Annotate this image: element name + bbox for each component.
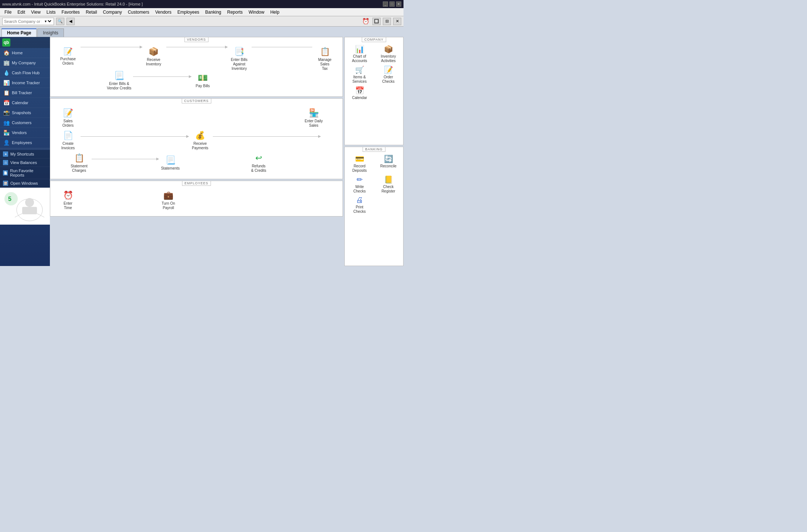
tab-bar: Home Page Insights (0, 27, 404, 37)
svg-point-4 (25, 198, 34, 207)
inventory-activities-label: InventoryActivities (381, 54, 396, 63)
search-dropdown[interactable]: ▾ (43, 19, 52, 24)
menu-item-edit[interactable]: Edit (14, 9, 28, 16)
search-input[interactable] (3, 19, 43, 24)
bill-icon: 📋 (3, 90, 10, 96)
back-button[interactable]: ◀ (67, 18, 75, 25)
sidebar-item-snapshots[interactable]: 📸 Snapshots (0, 108, 50, 118)
menu-item-window[interactable]: Window (246, 9, 268, 16)
customers-panel-label: CUSTOMERS (181, 98, 211, 103)
tab-insights[interactable]: Insights (37, 28, 64, 37)
banking-right-panel: BANKING 💳 RecordDeposits 🔄 Reconcile ✏ W… (344, 147, 404, 266)
receive-payments-label: ReceivePayments (192, 141, 208, 150)
detach-button[interactable]: ⊟ (383, 18, 391, 25)
sidebar-item-income-tracker[interactable]: 📊 Income Tracker (0, 78, 50, 88)
menu-item-retail[interactable]: Retail (83, 9, 100, 16)
receive-payments-item[interactable]: 💰 ReceivePayments (189, 131, 211, 150)
chart-accounts-icon: 📊 (355, 45, 364, 54)
refunds-credits-label: Refunds& Credits (251, 164, 266, 173)
sidebar-item-calendar[interactable]: 📅 Calendar (0, 98, 50, 108)
statements-item[interactable]: 📃 Statements (159, 156, 181, 171)
turn-on-payroll-item[interactable]: 💼 Turn OnPayroll (157, 191, 180, 210)
sales-orders-label: SalesOrders (62, 119, 74, 128)
check-register-item[interactable]: 📒 CheckRegister (375, 175, 402, 194)
restore-button[interactable]: 🔲 (372, 18, 381, 25)
menu-item-customers[interactable]: Customers (125, 9, 152, 16)
sidebar-item-run-favorite-reports[interactable]: 📄 Run Favorite Reports (0, 167, 50, 179)
inventory-activities-item[interactable]: 📦 InventoryActivities (375, 45, 402, 63)
menu-item-company[interactable]: Company (100, 9, 125, 16)
receive-inventory-item[interactable]: 📦 ReceiveInventory (143, 47, 165, 66)
record-deposits-label: RecordDeposits (353, 164, 367, 173)
income-icon: 📊 (3, 80, 10, 86)
print-checks-label: PrintChecks (353, 205, 365, 214)
sidebar-item-my-company[interactable]: 🏢 My Company (0, 58, 50, 68)
sidebar-item-my-shortcuts[interactable]: ★ My Shortcuts (0, 150, 50, 158)
enter-time-item[interactable]: ⏰ EnterTime (57, 191, 79, 210)
enter-daily-sales-item[interactable]: 🏪 Enter DailySales (303, 108, 325, 128)
window-controls: _ □ ✕ (383, 1, 401, 7)
menu-item-reports[interactable]: Reports (224, 9, 246, 16)
sales-orders-icon: 📝 (63, 108, 73, 118)
sidebar-item-customers[interactable]: 👥 Customers (0, 118, 50, 128)
menu-item-file[interactable]: File (1, 9, 14, 16)
sidebar-item-cash-flow-hub[interactable]: 💧 Cash Flow Hub (0, 68, 50, 78)
tab-home-page[interactable]: Home Page (1, 28, 37, 37)
refunds-credits-item[interactable]: ↩ Refunds& Credits (248, 153, 270, 173)
menu-item-favorites[interactable]: Favorites (59, 9, 83, 16)
write-checks-label: WriteChecks (353, 185, 365, 194)
close-button[interactable]: ✕ (396, 1, 401, 7)
write-checks-item[interactable]: ✏ WriteChecks (346, 175, 373, 194)
menu-item-lists[interactable]: Lists (44, 9, 59, 16)
order-checks-item[interactable]: 📝 OrderChecks (375, 65, 402, 84)
sidebar-item-home[interactable]: 🏠 Home (0, 48, 50, 58)
record-deposits-item[interactable]: 💳 RecordDeposits (346, 154, 373, 173)
vendors-icon: 🏪 (3, 130, 10, 136)
sales-orders-item[interactable]: 📝 SalesOrders (57, 108, 79, 128)
sidebar-label-snapshots: Snapshots (12, 110, 31, 115)
create-invoices-item[interactable]: 📄 CreateInvoices (57, 131, 79, 150)
pay-bills-item[interactable]: 💵 Pay Bills (192, 73, 214, 88)
menu-item-employees[interactable]: Employees (174, 9, 202, 16)
close-panel-button[interactable]: ✕ (393, 18, 401, 25)
search-box: ▾ (2, 18, 54, 25)
receive-payments-icon: 💰 (195, 131, 205, 140)
statement-charges-item[interactable]: 📋 StatementCharges (68, 153, 90, 173)
vendors-panel: VENDORS 📝 PurchaseOrders ▶ 📦 Receive (50, 37, 343, 97)
sidebar-item-vendors[interactable]: 🏪 Vendors (0, 128, 50, 138)
menu-item-view[interactable]: View (28, 9, 44, 16)
menu-item-banking[interactable]: Banking (202, 9, 224, 16)
menu-item-vendors[interactable]: Vendors (152, 9, 174, 16)
enter-bills-against-inventory-item[interactable]: 📑 Enter BillsAgainstInventory (228, 47, 250, 71)
title-text: www.atvnk.com - Intuit QuickBooks Enterp… (2, 2, 143, 6)
reconcile-item[interactable]: 🔄 Reconcile (375, 154, 402, 173)
purchase-orders-item[interactable]: 📝 PurchaseOrders (57, 47, 79, 66)
chart-of-accounts-item[interactable]: 📊 Chart ofAccounts (346, 45, 373, 63)
items-services-label: Items &Services (353, 75, 367, 84)
sidebar-item-view-balances[interactable]: ⚖ View Balances (0, 158, 50, 167)
company-icon: 🏢 (3, 60, 10, 66)
enter-bills-inv-label: Enter BillsAgainstInventory (231, 58, 248, 71)
sidebar-label-employees: Employees (12, 140, 32, 145)
calendar-right-label: Calendar (352, 96, 367, 100)
sidebar-item-open-windows[interactable]: 🪟 Open Windows (0, 179, 50, 188)
print-checks-item[interactable]: 🖨 PrintChecks (346, 196, 373, 214)
sidebar-item-employees[interactable]: 👤 Employees (0, 138, 50, 148)
refunds-credits-icon: ↩ (255, 153, 262, 163)
search-button[interactable]: 🔍 (56, 18, 64, 25)
sidebar-item-bill-tracker[interactable]: 📋 Bill Tracker (0, 88, 50, 98)
enter-bills-vendor-credits-item[interactable]: 📃 Enter Bills &Vendor Credits (107, 71, 131, 91)
menu-item-help[interactable]: Help (267, 9, 282, 16)
manage-sales-tax-item[interactable]: 📋 ManageSalesTax (314, 47, 336, 71)
menu-bar: FileEditViewListsFavoritesRetailCompanyC… (0, 8, 404, 16)
calendar-right-item[interactable]: 📅 Calendar (346, 86, 373, 100)
maximize-button[interactable]: □ (389, 1, 395, 7)
purchase-orders-label: PurchaseOrders (60, 57, 76, 66)
chart-accounts-label: Chart ofAccounts (352, 54, 367, 63)
minimize-button[interactable]: _ (383, 1, 388, 7)
enter-daily-sales-icon: 🏪 (309, 108, 319, 118)
pay-bills-icon: 💵 (198, 73, 208, 83)
items-services-item[interactable]: 🛒 Items &Services (346, 65, 373, 84)
manage-sales-tax-label: ManageSalesTax (318, 58, 331, 71)
sidebar-illustration: 5 (0, 188, 50, 225)
